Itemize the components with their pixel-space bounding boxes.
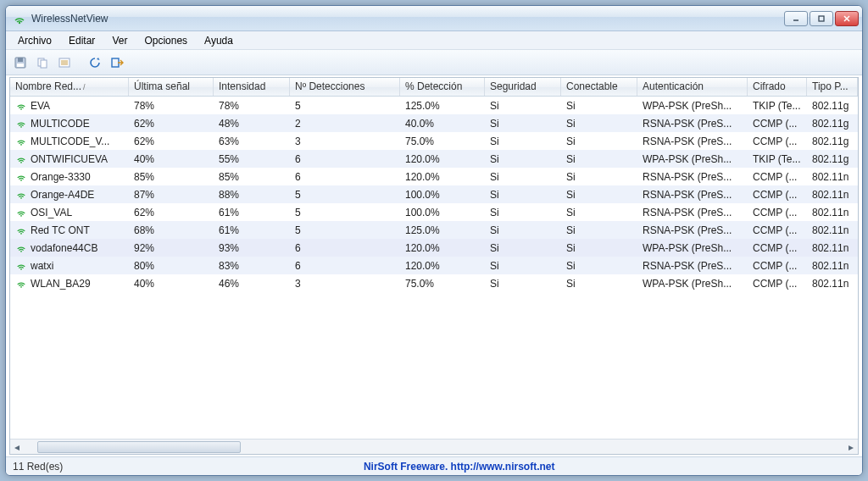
- cell: 802.11g: [807, 100, 858, 112]
- cell: 802.11n: [807, 224, 858, 236]
- cell: CCMP (...: [748, 118, 807, 130]
- cell: 6: [290, 260, 400, 272]
- status-count: 11 Red(es): [13, 461, 63, 473]
- cell: Si: [485, 224, 561, 236]
- wifi-icon: [15, 260, 27, 272]
- cell: 120.0%: [400, 153, 485, 165]
- copy-icon[interactable]: [33, 53, 52, 72]
- cell: 100.0%: [400, 207, 485, 218]
- table-body[interactable]: EVA78%78%5125.0%SiSiWPA-PSK (PreSh...TKI…: [10, 97, 858, 439]
- cell: Si: [485, 153, 561, 165]
- table-row[interactable]: Orange-A4DE87%88%5100.0%SiSiRSNA-PSK (Pr…: [10, 185, 858, 203]
- table-row[interactable]: MULTICODE_V...62%63%375.0%SiSiRSNA-PSK (…: [10, 132, 858, 150]
- cell: watxi: [10, 260, 129, 272]
- col-cifrado[interactable]: Cifrado: [748, 78, 807, 96]
- cell: 802.11n: [807, 242, 858, 254]
- menu-ver[interactable]: Ver: [103, 33, 136, 48]
- col-detecciones[interactable]: Nº Detecciones: [290, 78, 400, 96]
- cell: 3: [290, 278, 400, 290]
- cell: RSNA-PSK (PreS...: [637, 189, 748, 201]
- wifi-icon: [15, 118, 27, 130]
- cell: 3: [290, 135, 400, 147]
- cell: RSNA-PSK (PreS...: [637, 224, 748, 236]
- table-row[interactable]: EVA78%78%5125.0%SiSiWPA-PSK (PreSh...TKI…: [10, 97, 858, 114]
- cell: 40.0%: [400, 118, 485, 130]
- exit-icon[interactable]: [108, 53, 126, 72]
- table-row[interactable]: ONTWIFICUEVA40%55%6120.0%SiSiWPA-PSK (Pr…: [10, 150, 858, 168]
- sort-indicator-icon: /: [83, 83, 86, 91]
- nirsoft-link[interactable]: NirSoft Freeware. http://www.nirsoft.net: [364, 461, 555, 473]
- col-pct-deteccion[interactable]: % Detección: [400, 78, 485, 96]
- cell: 5: [290, 207, 400, 218]
- menu-ayuda[interactable]: Ayuda: [196, 33, 242, 48]
- save-icon[interactable]: [11, 53, 30, 72]
- cell: RSNA-PSK (PreS...: [637, 260, 748, 272]
- scroll-right-icon[interactable]: ▸: [844, 440, 858, 454]
- table-row[interactable]: WLAN_BA2940%46%375.0%SiSiWPA-PSK (PreSh.…: [10, 274, 858, 292]
- cell: CCMP (...: [748, 260, 807, 272]
- horizontal-scrollbar[interactable]: ◂ ▸: [10, 439, 858, 454]
- svg-point-0: [19, 21, 20, 23]
- svg-point-16: [20, 125, 22, 127]
- table-row[interactable]: OSI_VAL62%61%5100.0%SiSiRSNA-PSK (PreS..…: [10, 203, 858, 221]
- cell: Red TC ONT: [10, 224, 129, 236]
- refresh-icon[interactable]: [86, 53, 104, 72]
- svg-rect-6: [18, 58, 23, 62]
- cell: 83%: [214, 260, 290, 272]
- svg-rect-7: [17, 64, 24, 67]
- minimize-button[interactable]: [784, 11, 808, 26]
- cell: Si: [561, 171, 637, 183]
- cell: MULTICODE_V...: [10, 135, 129, 147]
- cell: 40%: [129, 153, 214, 165]
- toolbar: [6, 50, 862, 75]
- col-intensidad[interactable]: Intensidad: [214, 78, 290, 96]
- app-icon: [13, 12, 26, 25]
- col-tipo[interactable]: Tipo P...: [807, 78, 858, 96]
- table-row[interactable]: Red TC ONT68%61%5125.0%SiSiRSNA-PSK (Pre…: [10, 221, 858, 239]
- cell: 80%: [129, 260, 214, 272]
- col-autenticacion[interactable]: Autenticación: [637, 78, 748, 96]
- cell: Si: [561, 100, 637, 112]
- cell: Si: [485, 171, 561, 183]
- menu-editar[interactable]: Editar: [60, 33, 103, 48]
- cell: 61%: [214, 224, 290, 236]
- cell: RSNA-PSK (PreS...: [637, 118, 748, 130]
- cell: MULTICODE: [10, 118, 129, 130]
- cell: 5: [290, 100, 400, 112]
- menu-opciones[interactable]: Opciones: [136, 33, 196, 48]
- close-button[interactable]: [835, 11, 859, 26]
- col-nombre[interactable]: Nombre Red.../: [10, 78, 129, 96]
- cell: RSNA-PSK (PreS...: [637, 207, 748, 218]
- col-ultima-senal[interactable]: Última señal: [129, 78, 214, 96]
- table-header: Nombre Red.../ Última señal Intensidad N…: [10, 78, 858, 97]
- cell: EVA: [10, 100, 129, 112]
- table-row[interactable]: Orange-333085%85%6120.0%SiSiRSNA-PSK (Pr…: [10, 168, 858, 185]
- cell: 802.11g: [807, 118, 858, 130]
- cell: 802.11n: [807, 260, 858, 272]
- scroll-left-icon[interactable]: ◂: [10, 440, 24, 454]
- cell: RSNA-PSK (PreS...: [637, 135, 748, 147]
- table-row[interactable]: watxi80%83%6120.0%SiSiRSNA-PSK (PreS...C…: [10, 257, 858, 274]
- cell: 802.11n: [807, 278, 858, 290]
- cell: 5: [290, 189, 400, 201]
- cell: WPA-PSK (PreSh...: [637, 278, 748, 290]
- col-seguridad[interactable]: Seguridad: [485, 78, 561, 96]
- cell: CCMP (...: [748, 224, 807, 236]
- col-conectable[interactable]: Conectable: [561, 78, 637, 96]
- scroll-thumb[interactable]: [37, 441, 241, 453]
- cell: 802.11g: [807, 135, 858, 147]
- svg-point-21: [20, 214, 22, 216]
- cell: CCMP (...: [748, 171, 807, 183]
- cell: Si: [485, 135, 561, 147]
- maximize-button[interactable]: [810, 11, 833, 26]
- table-row[interactable]: MULTICODE62%48%240.0%SiSiRSNA-PSK (PreS.…: [10, 114, 858, 132]
- wifi-icon: [15, 242, 27, 254]
- cell: ONTWIFICUEVA: [10, 153, 129, 165]
- cell: 802.11n: [807, 189, 858, 201]
- properties-icon[interactable]: [55, 53, 74, 72]
- cell: CCMP (...: [748, 135, 807, 147]
- menu-archivo[interactable]: Archivo: [9, 33, 60, 48]
- cell: TKIP (Te...: [748, 100, 807, 112]
- cell: WPA-PSK (PreSh...: [637, 153, 748, 165]
- table-row[interactable]: vodafone44CB92%93%6120.0%SiSiWPA-PSK (Pr…: [10, 239, 858, 257]
